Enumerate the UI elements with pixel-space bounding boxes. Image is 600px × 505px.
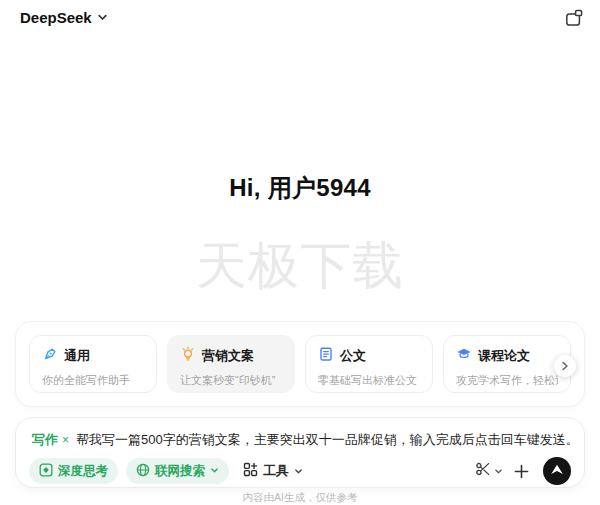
chevron-down-icon <box>494 462 503 480</box>
watermark-text: 天极下载 <box>0 232 600 301</box>
chevron-down-icon <box>210 464 219 478</box>
card-title: 通用 <box>64 347 90 365</box>
header: DeepSeek <box>0 0 600 36</box>
deep-think-button[interactable]: 深度思考 <box>29 458 118 484</box>
deep-think-label: 深度思考 <box>58 463 108 480</box>
tools-button[interactable]: 工具 <box>237 458 309 484</box>
card-title: 公文 <box>340 347 366 365</box>
graduation-cap-icon <box>456 346 472 366</box>
chevron-down-icon <box>97 9 108 26</box>
clip-tools-button[interactable] <box>475 461 503 481</box>
web-search-label: 联网搜索 <box>155 463 205 480</box>
card-subtitle: 攻克学术写作，轻松过关 <box>456 373 558 388</box>
lightbulb-icon <box>180 346 196 366</box>
web-search-button[interactable]: 联网搜索 <box>126 458 229 484</box>
brand-label: DeepSeek <box>20 9 92 26</box>
tag-remove-icon[interactable]: × <box>62 433 69 447</box>
model-switcher[interactable]: DeepSeek <box>20 9 108 26</box>
cards-row: 通用 你的全能写作助手 营销文案 让文案秒变“印钞机” <box>29 335 571 393</box>
ai-disclaimer: 内容由AI生成，仅供参考 <box>0 491 600 505</box>
card-title: 营销文案 <box>202 347 254 365</box>
document-icon <box>318 346 334 366</box>
chevron-down-icon <box>294 464 303 479</box>
tools-grid-icon <box>243 462 258 480</box>
composer-toolbar: 深度思考 联网搜索 <box>29 457 571 485</box>
card-marketing-copy[interactable]: 营销文案 让文案秒变“印钞机” <box>167 335 295 393</box>
globe-icon <box>136 463 150 480</box>
pen-icon <box>42 346 58 366</box>
card-subtitle: 你的全能写作助手 <box>42 373 144 388</box>
deep-think-icon <box>39 463 53 480</box>
card-official-document[interactable]: 公文 零基础写出标准公文 <box>305 335 433 393</box>
card-subtitle: 零基础写出标准公文 <box>318 373 420 388</box>
plus-icon <box>513 463 530 480</box>
composer-input-area[interactable]: 写作 × 帮我写一篇500字的营销文案，主要突出双十一品牌促销，输入完成后点击回… <box>32 431 570 449</box>
cards-next-button[interactable] <box>554 355 576 377</box>
new-chat-icon[interactable] <box>564 8 584 28</box>
send-button[interactable] <box>543 457 571 485</box>
card-title: 课程论文 <box>478 347 530 365</box>
greeting-title: Hi, 用户5944 <box>0 172 600 204</box>
send-arrow-icon <box>543 457 571 485</box>
card-general[interactable]: 通用 你的全能写作助手 <box>29 335 157 393</box>
attach-plus-button[interactable] <box>513 463 530 480</box>
scissors-icon <box>475 461 491 481</box>
card-course-paper[interactable]: 课程论文 攻克学术写作，轻松过关 <box>443 335 571 393</box>
template-cards-panel: 通用 你的全能写作助手 营销文案 让文案秒变“印钞机” <box>15 321 585 407</box>
composer[interactable]: 写作 × 帮我写一篇500字的营销文案，主要突出双十一品牌促销，输入完成后点击回… <box>15 417 585 488</box>
card-subtitle: 让文案秒变“印钞机” <box>180 373 282 388</box>
writing-tag-label: 写作 <box>32 431 58 449</box>
tools-label: 工具 <box>263 462 289 480</box>
writing-tag: 写作 × <box>32 431 69 449</box>
composer-text[interactable]: 帮我写一篇500字的营销文案，主要突出双十一品牌促销，输入完成后点击回车键发送。 <box>76 431 579 449</box>
chevron-right-icon <box>560 361 570 371</box>
